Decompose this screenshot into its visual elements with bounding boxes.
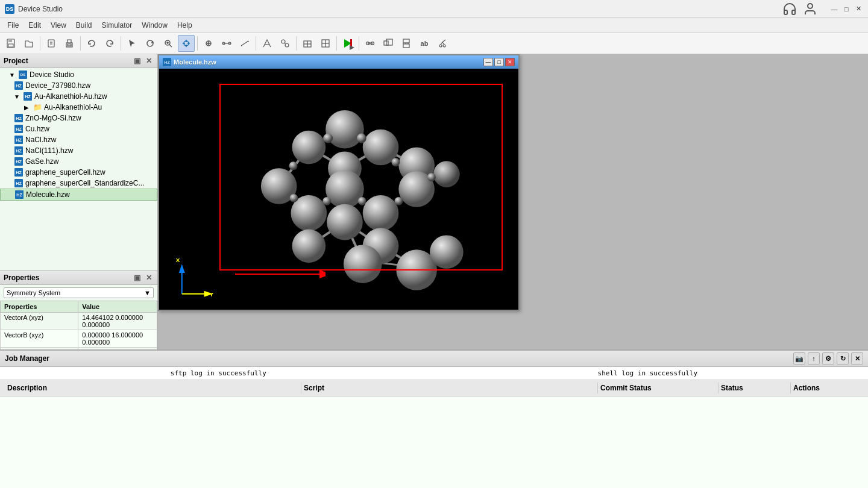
properties-panel-header: Properties ▣ ✕ <box>0 271 157 285</box>
tree-item-folder[interactable]: ▶ 📁 Au-Alkanethiol-Au <box>0 102 157 113</box>
menu-simulator[interactable]: Simulator <box>97 20 137 31</box>
tree-item-molecule[interactable]: HZ Molecule.hzw <box>0 189 157 201</box>
main-layout: Project ▣ ✕ ▼ DS Device Studio <box>0 54 868 488</box>
mol-title: Molecule.hzw <box>174 58 481 66</box>
tree-item-0[interactable]: HZ Device_737980.hzw <box>0 80 157 91</box>
col-value: Value <box>78 301 157 313</box>
tb-zoom[interactable] <box>160 35 177 52</box>
jm-refresh-icon[interactable]: ↻ <box>837 352 849 364</box>
svg-point-100 <box>391 158 400 166</box>
close-button[interactable]: ✕ <box>854 4 863 14</box>
panel-header-icons: ▣ ✕ <box>132 56 154 66</box>
file-icon-5: HZ <box>14 146 23 155</box>
tree-item-7[interactable]: HZ graphene_superCell.hzw <box>0 167 157 178</box>
menu-window[interactable]: Window <box>137 20 172 31</box>
minimize-button[interactable]: — <box>829 4 839 14</box>
menu-help[interactable]: Help <box>172 20 197 31</box>
tb-tools2[interactable] <box>277 35 294 52</box>
mol-close[interactable]: ✕ <box>505 58 515 66</box>
menu-build[interactable]: Build <box>71 20 97 31</box>
tree-label-folder: Au-Alkanethiol-Au <box>44 103 102 111</box>
jm-close-icon[interactable]: ✕ <box>851 352 863 364</box>
tb-select[interactable] <box>124 35 140 52</box>
content-area: Project ▣ ✕ ▼ DS Device Studio <box>0 54 868 349</box>
menu-view[interactable]: View <box>46 20 71 31</box>
menu-edit[interactable]: Edit <box>24 20 46 31</box>
tree-item-5[interactable]: HZ NaCl(111).hzw <box>0 145 157 156</box>
svg-point-101 <box>290 194 298 202</box>
view-area: HZ Molecule.hzw — □ ✕ <box>158 54 868 349</box>
tree-label-3: Cu.hzw <box>25 125 49 133</box>
col-status: Status <box>719 383 791 393</box>
tb-sym[interactable] <box>259 35 275 52</box>
tree-label-4: NaCl.hzw <box>25 136 56 144</box>
app-icon: DS <box>5 4 14 14</box>
properties-table: Properties Value VectorA (xyz) 14.464102… <box>0 301 157 349</box>
file-icon-0: HZ <box>14 81 23 90</box>
job-manager-icons: 📷 ↑ ⚙ ↻ ✕ <box>793 352 863 364</box>
svg-point-30 <box>285 43 289 47</box>
tb-print[interactable] <box>61 35 78 52</box>
tb-cell[interactable] <box>299 35 316 52</box>
svg-line-54 <box>442 40 445 42</box>
svg-point-98 <box>357 134 366 143</box>
svg-rect-2 <box>8 39 12 42</box>
file-icon-1: HZ <box>24 92 32 101</box>
tree-item-root[interactable]: ▼ DS Device Studio <box>0 69 157 80</box>
tb-cut[interactable] <box>434 35 451 52</box>
user-icon[interactable] <box>803 2 817 16</box>
symmetry-dropdown[interactable]: Symmetry System ▼ <box>4 287 154 298</box>
mol-minimize[interactable]: — <box>483 58 493 66</box>
molecule-canvas[interactable]: X Y <box>159 69 518 310</box>
tb-text[interactable]: ab <box>416 35 433 52</box>
svg-rect-48 <box>403 39 409 43</box>
molecule-titlebar: HZ Molecule.hzw — □ ✕ <box>159 55 518 69</box>
tree-item-4[interactable]: HZ NaCl.hzw <box>0 134 157 145</box>
menu-file[interactable]: File <box>2 20 24 31</box>
tb-add-bond[interactable] <box>218 35 235 52</box>
tree-label-molecule: Molecule.hzw <box>26 190 70 199</box>
jm-upload-icon[interactable]: ↑ <box>808 352 820 364</box>
tree-item-6[interactable]: HZ GaSe.hzw <box>0 156 157 167</box>
tb-supercell[interactable] <box>380 35 397 52</box>
file-icon-6: HZ <box>14 157 23 166</box>
svg-point-90 <box>363 195 399 231</box>
tb-run[interactable] <box>339 35 356 52</box>
tb-cleave[interactable] <box>398 35 415 52</box>
tb-lattice[interactable] <box>317 35 334 52</box>
mol-maximize[interactable]: □ <box>494 58 504 66</box>
tree-item-3[interactable]: HZ Cu.hzw <box>0 124 157 134</box>
tb-translate[interactable] <box>178 35 195 52</box>
tb-open[interactable] <box>20 35 37 52</box>
tb-rotate[interactable] <box>142 35 159 52</box>
headset-icon[interactable] <box>782 2 797 16</box>
file-icon-2: HZ <box>14 114 23 122</box>
tree-item-1[interactable]: ▼ HZ Au-Alkanethiol-Au.hzw <box>0 91 157 102</box>
col-script: Script <box>301 383 598 393</box>
jm-screenshot-icon[interactable]: 📷 <box>793 352 805 364</box>
job-status-bar: sftp log in successfully shell log in su… <box>0 367 868 380</box>
project-close-icon[interactable]: ✕ <box>144 56 154 66</box>
prop-row-1: VectorB (xyz) 0.000000 16.0000000.000000 <box>1 330 157 348</box>
prop-restore-icon[interactable]: ▣ <box>132 273 142 283</box>
project-restore-icon[interactable]: ▣ <box>132 56 142 66</box>
tree-item-8[interactable]: HZ graphene_superCell_StandardizeC... <box>0 178 157 189</box>
tb-new[interactable] <box>43 35 60 52</box>
svg-point-29 <box>281 40 285 43</box>
tb-measure[interactable] <box>236 35 253 52</box>
jm-settings-icon[interactable]: ⚙ <box>822 352 834 364</box>
tree-label-6: GaSe.hzw <box>25 157 58 166</box>
svg-line-31 <box>285 43 286 43</box>
maximize-button[interactable]: □ <box>841 4 851 14</box>
tb-bond-tools[interactable] <box>362 35 379 52</box>
tb-undo[interactable] <box>83 35 100 52</box>
tb-sep-6 <box>296 36 297 51</box>
properties-title: Properties <box>4 274 39 282</box>
tb-add-atom[interactable] <box>200 35 217 52</box>
tb-redo[interactable] <box>101 35 118 52</box>
svg-rect-46 <box>386 39 392 45</box>
tree-item-2[interactable]: HZ ZnO-MgO-Si.hzw <box>0 113 157 124</box>
window-controls[interactable]: — □ ✕ <box>829 4 863 14</box>
tb-save[interactable] <box>2 35 19 52</box>
prop-close-icon[interactable]: ✕ <box>144 273 154 283</box>
